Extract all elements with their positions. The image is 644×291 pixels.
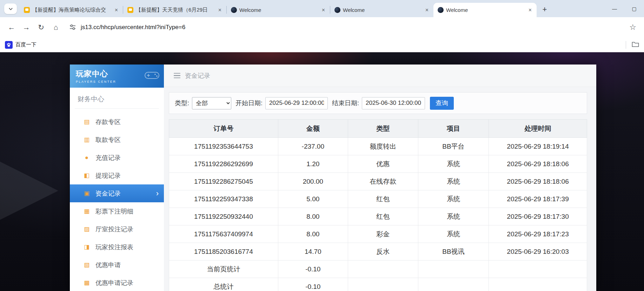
minimize-button[interactable]: —	[605, 0, 624, 17]
table-row: 1751192286275045 200.00 在线存款 系统 2025-06-…	[169, 173, 587, 190]
cell-amount: 14.70	[278, 243, 348, 260]
close-icon[interactable]: ×	[113, 6, 120, 14]
gamepad-icon	[144, 70, 160, 82]
summary-row-total: 总统计 -0.10	[169, 278, 587, 291]
sidebar-item-funds-record[interactable]: ▣ 资金记录 ›	[70, 184, 164, 202]
tab-5-active[interactable]: Welcome ×	[433, 3, 537, 17]
gift-icon: ▧	[82, 261, 91, 269]
page-header: 资金记录	[164, 65, 596, 87]
funds-table-wrapper: 订单号 金额 类型 项目 处理时间 1751192353644753 -237.…	[169, 119, 587, 291]
summary-empty	[348, 278, 418, 291]
divider	[626, 41, 626, 49]
summary-label: 总统计	[169, 278, 278, 291]
tab-search-button[interactable]	[4, 4, 17, 14]
end-date-input[interactable]	[362, 97, 425, 109]
close-icon[interactable]: ×	[216, 6, 224, 14]
bookmark-star-icon[interactable]: ☆	[626, 23, 640, 32]
tab-title: Welcome	[343, 7, 421, 13]
end-date-label: 结束日期:	[332, 99, 359, 107]
refresh-button[interactable]: ↻	[34, 20, 48, 35]
summary-empty	[418, 260, 489, 278]
bank-card-icon: ▤	[82, 118, 91, 126]
cell-order-id: 1751192353644753	[169, 138, 278, 155]
cell-project: BB平台	[418, 138, 489, 155]
cell-project: 系统	[418, 155, 489, 173]
chevron-right-icon: ›	[156, 190, 159, 197]
sidebar-item-lottery-bets[interactable]: ▦ 彩票下注明细	[70, 202, 164, 220]
bookmark-baidu[interactable]: 百度一下	[5, 41, 36, 49]
site-settings-icon[interactable]	[69, 24, 76, 31]
sidebar-item-label: 厅室投注记录	[95, 225, 133, 234]
forward-button[interactable]: →	[19, 20, 34, 35]
summary-amount: -0.10	[278, 278, 348, 291]
tab-3[interactable]: Welcome ×	[227, 3, 330, 17]
cell-amount: 8.00	[278, 225, 348, 243]
site-favicon	[231, 7, 237, 13]
new-tab-button[interactable]: +	[539, 4, 550, 15]
tab-title: Welcome	[446, 7, 524, 13]
tab-2[interactable]: 【新提醒】天天竞猜（6月29日 ×	[123, 3, 226, 17]
sidebar-item-label: 取款专区	[95, 136, 121, 144]
maximize-button[interactable]: ▢	[624, 0, 644, 17]
sidebar-header: 玩家中心 PLAYERS CENTER	[70, 65, 164, 88]
cell-order-id: 1751192286275045	[169, 173, 278, 190]
ledger-icon: ▣	[82, 190, 91, 197]
start-date-input[interactable]	[265, 97, 328, 109]
filter-bar: 类型: 全部 开始日期: 结束日期: 查询	[169, 92, 587, 114]
tab-bar: 【新提醒】海燕策略论坛综合交 × 【新提醒】天天竞猜（6月29日 × Welco…	[0, 0, 644, 17]
cell-type: 红包	[348, 208, 418, 225]
table-row: 1751192286292699 1.20 优惠 系统 2025-06-29 1…	[169, 155, 587, 173]
search-button[interactable]: 查询	[430, 97, 454, 110]
close-icon[interactable]: ×	[320, 6, 327, 14]
sidebar-item-label: 彩票下注明细	[95, 207, 133, 216]
cell-amount: 200.00	[278, 173, 348, 190]
navigation-bar: ← → ↻ ⌂ js13.cc/hhcp/usercenter.html?ini…	[0, 17, 644, 37]
other-bookmarks-folder-icon[interactable]	[632, 41, 639, 49]
close-icon[interactable]: ×	[423, 6, 431, 14]
sidebar-item-withdraw-history[interactable]: ◧ 提现记录	[70, 167, 164, 184]
back-button[interactable]: ←	[4, 20, 19, 35]
sidebar-item-withdraw[interactable]: ▥ 取款专区	[70, 131, 164, 149]
summary-label: 当前页统计	[169, 260, 278, 278]
tab-title: 【新提醒】天天竞猜（6月29日	[136, 7, 214, 13]
cell-project: 系统	[418, 190, 489, 208]
sidebar-item-label: 存款专区	[95, 118, 121, 126]
tab-4[interactable]: Welcome ×	[330, 3, 433, 17]
summary-empty	[489, 278, 587, 291]
close-icon[interactable]: ×	[526, 6, 534, 14]
funds-table: 订单号 金额 类型 项目 处理时间 1751192353644753 -237.…	[169, 119, 587, 291]
sidebar-item-promo-apply[interactable]: ▧ 优惠申请	[70, 256, 164, 274]
cell-time: 2025-06-29 18:17:30	[489, 208, 587, 225]
chevron-down-icon	[8, 7, 13, 11]
menu-icon	[174, 73, 180, 79]
summary-amount: -0.10	[278, 260, 348, 278]
start-date-label: 开始日期:	[235, 99, 263, 107]
table-row: 1751192353644753 -237.00 额度转出 BB平台 2025-…	[169, 138, 587, 155]
sidebar-item-label: 玩家投注报表	[95, 243, 133, 251]
grid-icon: ▨	[82, 225, 91, 233]
cell-amount: 5.00	[278, 190, 348, 208]
bookmark-label: 百度一下	[15, 41, 36, 48]
cell-project: BB视讯	[418, 243, 489, 260]
sidebar-item-label: 提现记录	[95, 171, 121, 180]
site-favicon	[438, 7, 444, 13]
sidebar-item-promo-history[interactable]: ▩ 优惠申请记录	[70, 274, 164, 291]
column-header: 类型	[348, 120, 418, 138]
report-icon: ◨	[82, 243, 91, 251]
player-center-panel: 玩家中心 PLAYERS CENTER 财务中心 ▤ 存款专区	[70, 65, 596, 291]
sidebar-item-recharge-history[interactable]: ● 充值记录	[70, 149, 164, 167]
sidebar-item-deposit[interactable]: ▤ 存款专区	[70, 113, 164, 131]
cell-time: 2025-06-29 18:19:14	[489, 138, 587, 155]
address-bar[interactable]: js13.cc/hhcp/usercenter.html?iniType=6 ☆	[65, 20, 640, 35]
url-text[interactable]: js13.cc/hhcp/usercenter.html?iniType=6	[81, 24, 185, 31]
summary-empty	[489, 260, 587, 278]
sidebar-item-bet-report[interactable]: ◨ 玩家投注报表	[70, 238, 164, 256]
tab-1[interactable]: 【新提醒】海燕策略论坛综合交 ×	[20, 3, 123, 17]
summary-empty	[418, 278, 489, 291]
sidebar-item-hall-bets[interactable]: ▨ 厅室投注记录	[70, 220, 164, 238]
home-button[interactable]: ⌂	[48, 20, 63, 35]
column-header: 订单号	[169, 120, 278, 138]
cell-amount: -237.00	[278, 138, 348, 155]
type-select[interactable]: 全部	[192, 97, 231, 109]
summary-row-current-page: 当前页统计 -0.10	[169, 260, 587, 278]
